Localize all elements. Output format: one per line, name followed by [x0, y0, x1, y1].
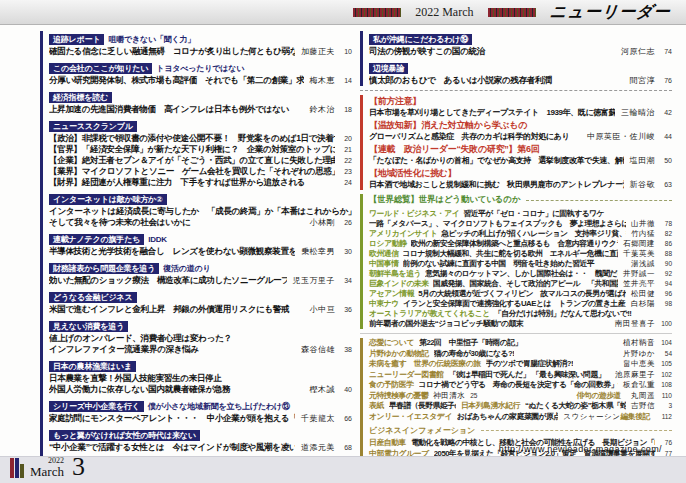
footer-band [0, 456, 686, 483]
section-subtitle: 僕が小さな地域新聞を立ち上げたわけ⑬ [148, 402, 290, 411]
entry-title: 慎太郎のおもひで あるいは小説家の残存者利潤 [369, 75, 624, 86]
author-name: スウシャーシン [563, 412, 620, 423]
left-sections-rail: 追跡レポート咀嚼できない「聞く力」確固たる信念に乏しい融通無碍 コロナが炙り出し… [40, 31, 352, 483]
section-header: 連載ナノテクの旗手たちIDDK [49, 231, 352, 245]
toc-entry: 【業界】マイクロソフトとソニー ゲーム会社を買収した「それぞれの思惑」23 [49, 166, 352, 177]
author-name: 加藤正夫 [301, 46, 335, 57]
author-name: 児玉万里子 [293, 275, 336, 286]
section-badge: 私が沖縄にこだわるわけ⑲ [369, 34, 472, 45]
toc-entry: 効いた無配のショック療法 構造改革に成功したソニーグループ児玉万里子34 [49, 275, 352, 286]
section-badge: もっと翼がなければ女性の時代は来ない [49, 430, 200, 441]
page-number: 100 [660, 319, 672, 329]
page-number: 94 [660, 279, 672, 289]
section-header: この会社のここが知りたいトヨタべったりではない [49, 60, 352, 74]
page-number: 34 [340, 275, 352, 286]
page-number: 14 [340, 75, 352, 86]
column-label: ワールド・ビジネス・アイ [369, 209, 459, 219]
column-label: 食の予防医学 [369, 380, 414, 391]
toc-entry: 【企業】絶対王者セブン＆アイが「そごう・西武」の立て直しに失敗した理由22 [49, 155, 352, 166]
column-label: 片野ゆかの動物記 [369, 349, 429, 360]
section-header: シリーズ中小企業を行く僕が小さな地域新聞を立ち上げたわけ⑬ [49, 398, 352, 412]
toc-entry: 朝鮮半島を追う意気揚々のロケットマン、しかし国際社会は・・ 醜聞だらけの韓国大統… [369, 269, 672, 279]
toc-entry: 食の予防医学コロナ禍でどう守る 寿命の長短を決定する「命の回数券」テロメア板倉弘… [369, 380, 672, 391]
author-name: 道添元美 [301, 442, 335, 453]
author-name: 竹内猛 [631, 229, 655, 239]
section-subtitle: IDDK [148, 235, 167, 244]
page-number: 98 [660, 299, 672, 309]
entry-right-group: 編集後記112 [620, 412, 672, 423]
entry-title: 習近平が「ゼロ・コロナ」に固執するワケ [463, 209, 672, 219]
toc-entry: 慎太郎のおもひで あるいは小説家の残存者利潤間宮淳76 [369, 75, 672, 86]
column-label: オンリー・イエスタデイ [369, 412, 452, 423]
toc-entry: 【温故知新】消えた対立軸から学ぶものグローバリズムと感染症 共存のカギは科学的対… [369, 119, 672, 142]
section-header: 経済指標を読む [49, 89, 352, 103]
page-number: 63 [660, 179, 672, 190]
page-number: 110 [660, 391, 672, 402]
toc-entry: 未病を癒す 世界の伝統医療の旅手のツボで胃腸症状解消?!畠中恵美105 [369, 359, 672, 370]
toc-entry: アメリカインサイト急ピッチの利上げが招くハレーション 支持率ジリ貧、振り向けばト… [369, 229, 672, 239]
barcode-stripe-icon [488, 8, 536, 17]
toc-entry: “中小企業”で活躍する女性とは 今はマインドが制度や風潮を凌いでいる道添元美68 [49, 442, 352, 453]
section-divider [360, 90, 672, 91]
entry-title: 「自分だけは特別」だなんて思わないで!! [494, 309, 672, 319]
entry-title: 分厚い研究開発体制、株式市場も高評価 それでも「第二の創業」求められるデンソー [49, 75, 304, 86]
section-subtitle: トヨタべったりではない [156, 64, 244, 73]
magazine-url[interactable]: http://www.newleader-magazine.com/ [499, 444, 662, 454]
toc-entry: 分厚い研究開発体制、株式市場も高評価 それでも「第二の創業」求められるデンソー梅… [49, 75, 352, 86]
feature-title-row: 日本市場を草刈り場としてきたディープステイト 1939年、既に徳富蘇峰が警鐘を鳴… [369, 107, 672, 118]
entry-title: 「たなぼた・名ばかりの首相」でなぜか高支持 選挙制度改革で失速、解散権喪失の海部… [369, 155, 624, 166]
column-label: ロシア動静 [369, 239, 407, 249]
section-header: 見えない消費を追う [49, 318, 352, 332]
entry-title: コロナ禍でどう守る 寿命の長短を決定する「命の回数券」テロメア [419, 380, 618, 391]
section-badge: どうなる金融ビジネス [49, 292, 137, 303]
section-header: どうなる金融ビジネス [49, 289, 352, 303]
page-number: 66 [340, 413, 352, 424]
toc-entry: 恋愛について第22回 中里恒子「時雨の記」植村鞆音104 [369, 338, 672, 349]
toc-section: 私が沖縄にこだわるわけ⑲司法の傍観が映すこの国の統治河原仁志74 [369, 31, 672, 57]
author-name: 森谷信雄 [301, 344, 335, 355]
entry-title: 猫の寿命が30歳になる?! [434, 349, 515, 360]
entry-title: イランと安全保障面で連携強化するUAEとは トランプの置き土産「アブラハム合意」… [403, 299, 626, 309]
column-label: 編集後記 [620, 412, 650, 423]
column-label: 日本列島湧水紀行 [461, 401, 520, 412]
page-number: 24 [340, 177, 352, 188]
section-badge: インターネットは敵か味方か② [49, 194, 167, 205]
toc-entry: 元特捜検事の憂鬱神田清水25俳句の遊歩道丸岡遥110 [369, 391, 672, 402]
toc-entry: 外国人労働力に依存しない国内就農者確保が急務樫木誠40 [49, 384, 352, 395]
entry-right-group: 植村鞆音104 [623, 338, 672, 349]
toc-entry: 片野ゆかの動物記猫の寿命が30歳になる?!片野ゆか54 [369, 349, 672, 360]
issue-date: 2022 March [415, 5, 473, 20]
footer-month: March [30, 465, 64, 478]
entry-title: おばあちゃんの家庭菜園が原点 食養生で健康維持を [457, 412, 558, 423]
toc-entry: 表紙早春譜（長野県姫子の湯）日本列島湧水紀行“ぬたくる大蛇の姿”栃木県「蛇王の滝… [369, 401, 672, 412]
column-label: 中国事情 [369, 259, 399, 269]
toc-entry: 米国で進むインフレと金利上昇 邦銀の外債運用リスクにも警戒小中亘36 [49, 304, 352, 315]
page-number: 104 [660, 338, 672, 349]
toc-entry: ワールド・ビジネス・アイ習近平が「ゼロ・コロナ」に固執するワケ [369, 209, 672, 219]
author-name: 丸岡遥 [631, 391, 655, 402]
page-number: 40 [340, 384, 352, 395]
entry-title: 米国で進むインフレと金利上昇 邦銀の外債運用リスクにも警戒 [49, 304, 304, 315]
author-name: 小中亘 [310, 304, 336, 315]
footer-stripes-icon [10, 458, 24, 478]
toc-section: もっと翼がなければ女性の時代は来ない“中小企業”で活躍する女性とは 今はマインド… [49, 427, 352, 453]
entry-title: 日本市場を草刈り場としてきたディープステイト 1939年、既に徳富蘇峰が警鐘を鳴… [369, 107, 615, 118]
column-label: 日産自動車 [369, 438, 406, 449]
toc-section: 連載ナノテクの旗手たちIDDK半導体技術と光学技術を融合し レンズを使わない顕微… [49, 231, 352, 257]
toc-section: 見えない消費を追う値上げのオンパレード、消費者心理は変わった？インフレファイター… [49, 318, 352, 355]
page-number: 18 [340, 104, 352, 115]
page-number: 82 [660, 229, 672, 239]
page-number: 54 [660, 349, 672, 360]
entry-title: 【財界】経団連が人権尊重に注力 下手をすれば世界から追放される [49, 177, 335, 188]
entry-title: 5月の大統領選が近づくフィリピン 故マルコスの長男が選ばれる公算 [418, 289, 626, 299]
page-number: 50 [660, 155, 672, 166]
toc-section: インターネットは敵か味方か②インターネットは経済成長に寄与したか 「成長の終焉」… [49, 191, 352, 228]
page-number: 112 [660, 412, 672, 423]
entry-title: 前年覇者の国外退去“ジョコビッチ騒動”の顛末 [369, 319, 610, 329]
toc-entry: 司法の傍観が映すこの国の統治河原仁志74 [369, 46, 672, 57]
entry-title: 意気揚々のロケットマン、しかし国際社会は・・ 醜聞だらけの韓国大統領選、嫌中度が… [425, 269, 618, 279]
toc-section: 経済指標を読む上昇加速の先進国消費者物価 高インフレは日本も例外ではない鈴木治1… [49, 89, 352, 115]
world-heading-label: 【世界総覧】世界はどう動いているのか [369, 194, 520, 206]
toc-entry: 確固たる信念に乏しい融通無碍 コロナが炙り出した何ともひ弱な首相加藤正夫10 [49, 46, 352, 57]
magazine-logo: ニューリーダー [548, 2, 671, 23]
